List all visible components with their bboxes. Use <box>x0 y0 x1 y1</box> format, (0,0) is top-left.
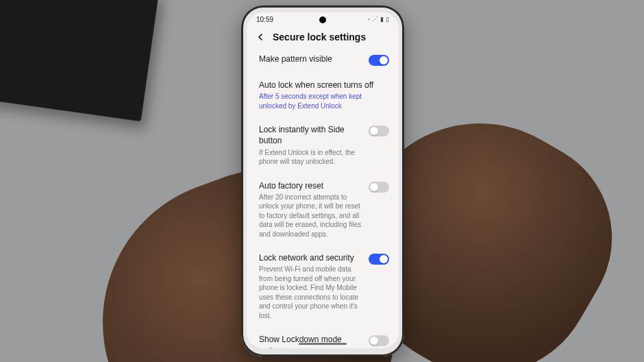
signal-icon: ▮ <box>380 16 384 23</box>
row-sub: After 5 seconds except when kept unlocke… <box>259 92 389 110</box>
battery-icon: ▯ <box>386 16 389 23</box>
row-title: Show Lockdown mode option <box>259 334 363 348</box>
row-lock-instantly[interactable]: Lock instantly with Side button If Exten… <box>249 117 396 173</box>
front-camera-punch-hole <box>319 16 326 23</box>
toggle-lock-network-security[interactable] <box>369 254 389 265</box>
status-icons: ◦ ⋰ ▮ ▯ <box>368 16 389 23</box>
row-title: Auto factory reset <box>259 180 363 191</box>
wifi-icon: ◦ <box>368 16 370 23</box>
header: Secure lock settings <box>247 25 399 47</box>
row-auto-lock[interactable]: Auto lock when screen turns off After 5 … <box>249 73 396 117</box>
row-lock-network-security[interactable]: Lock network and security Prevent Wi-Fi … <box>249 245 396 327</box>
status-time: 10:59 <box>256 16 273 23</box>
row-title: Make pattern visible <box>259 53 363 64</box>
toggle-show-lockdown[interactable] <box>369 335 389 346</box>
row-auto-factory-reset[interactable]: Auto factory reset After 20 incorrect at… <box>249 173 396 246</box>
screen: 10:59 ◦ ⋰ ▮ ▯ Secure lock settings Make … <box>247 12 399 348</box>
row-title: Auto lock when screen turns off <box>259 80 389 90</box>
toggle-auto-factory-reset[interactable] <box>369 182 389 193</box>
network-icon: ⋰ <box>372 16 378 23</box>
row-sub: If Extend Unlock is in effect, the phone… <box>259 148 363 167</box>
row-make-pattern-visible[interactable]: Make pattern visible <box>249 47 396 73</box>
toggle-make-pattern-visible[interactable] <box>369 55 389 66</box>
settings-list: Make pattern visible Auto lock when scre… <box>247 47 399 348</box>
row-title: Lock instantly with Side button <box>259 124 363 146</box>
page-title: Secure lock settings <box>273 32 366 43</box>
phone-frame: 10:59 ◦ ⋰ ▮ ▯ Secure lock settings Make … <box>241 5 404 357</box>
row-show-lockdown[interactable]: Show Lockdown mode option Display a Powe… <box>249 327 396 348</box>
row-sub: Prevent Wi-Fi and mobile data from being… <box>259 265 363 320</box>
product-box: Galaxy S25 Ultra <box>0 0 159 121</box>
row-title: Lock network and security <box>259 252 363 263</box>
home-indicator[interactable] <box>299 343 347 345</box>
row-sub: After 20 incorrect attempts to unlock yo… <box>259 193 363 239</box>
toggle-lock-instantly[interactable] <box>369 125 389 136</box>
back-icon[interactable] <box>255 32 266 43</box>
